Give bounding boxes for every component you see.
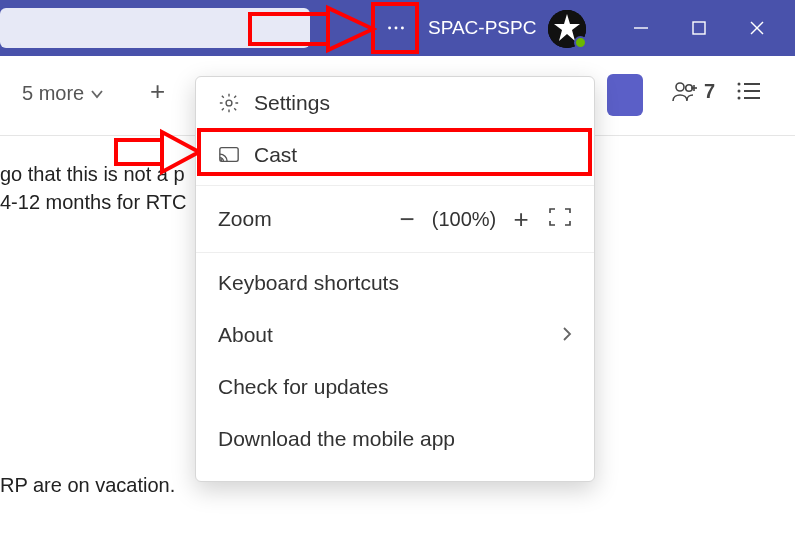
people-count-button[interactable]: 7 [672,80,715,103]
menu-item-label: Check for updates [218,375,388,399]
svg-point-2 [401,27,404,30]
channel-info-button[interactable] [736,80,762,106]
more-tabs-dropdown[interactable]: 5 more [22,82,104,105]
menu-item-about[interactable]: About [196,309,594,361]
more-tabs-label: 5 more [22,82,84,105]
menu-item-download-app[interactable]: Download the mobile app [196,413,594,465]
chevron-right-icon [562,324,572,347]
menu-item-label: Cast [254,143,297,167]
zoom-value: (100%) [424,208,504,231]
minimize-button[interactable] [614,0,668,56]
svg-point-16 [738,97,741,100]
menu-item-settings[interactable]: Settings [196,77,594,129]
svg-point-0 [388,27,391,30]
menu-separator [196,185,594,186]
close-button[interactable] [730,0,784,56]
menu-separator [196,252,594,253]
add-tab-button[interactable]: + [150,76,178,104]
meet-button[interactable] [607,74,643,116]
avatar[interactable] [548,10,586,48]
cast-icon [218,144,240,166]
menu-item-label: About [218,323,273,347]
menu-item-cast[interactable]: Cast [196,129,594,181]
ellipsis-icon [385,17,407,39]
search-input[interactable] [0,8,310,48]
svg-rect-5 [693,22,705,34]
tenant-name: SPAC-PSPC [428,0,536,56]
zoom-out-button[interactable]: − [390,204,424,235]
svg-point-8 [676,83,684,91]
settings-and-more-menu: Settings Cast Zoom − (100%) + Keyboard s… [195,76,595,482]
menu-item-label: Download the mobile app [218,427,455,451]
zoom-label: Zoom [218,207,272,231]
list-icon [736,80,762,102]
svg-point-20 [220,159,222,161]
maximize-button[interactable] [672,0,726,56]
svg-point-18 [226,100,232,106]
chevron-down-icon [90,87,104,101]
chat-text-fragment: 4-12 months for RTC [0,188,186,216]
fullscreen-button[interactable] [548,207,572,232]
menu-item-label: Settings [254,91,330,115]
svg-point-1 [395,27,398,30]
settings-and-more-button[interactable] [374,0,418,56]
menu-item-keyboard-shortcuts[interactable]: Keyboard shortcuts [196,257,594,309]
menu-item-zoom: Zoom − (100%) + [196,190,594,248]
presence-available-icon [574,36,587,49]
menu-item-check-updates[interactable]: Check for updates [196,361,594,413]
svg-point-14 [738,90,741,93]
zoom-in-button[interactable]: + [504,204,538,235]
gear-icon [218,92,240,114]
people-count-value: 7 [704,80,715,103]
people-icon [672,81,698,103]
svg-point-12 [738,83,741,86]
chat-text-fragment: RP are on vacation. [0,471,175,499]
fullscreen-icon [548,207,572,227]
chat-text-fragment: go that this is not a p [0,160,185,188]
menu-item-label: Keyboard shortcuts [218,271,399,295]
title-bar: SPAC-PSPC [0,0,795,56]
